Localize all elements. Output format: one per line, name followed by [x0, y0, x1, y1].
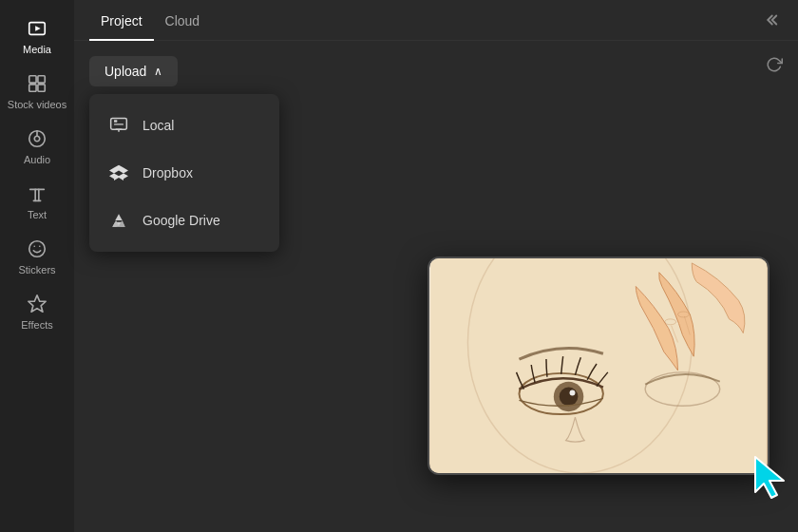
- dropdown-item-google-drive[interactable]: Google Drive: [89, 197, 279, 244]
- sidebar: Media Stock videos Audio: [0, 0, 74, 532]
- svg-point-13: [29, 241, 46, 257]
- svg-rect-19: [114, 124, 124, 124]
- google-drive-icon: [108, 210, 129, 231]
- cursor-arrow-icon: [750, 452, 788, 494]
- chevron-up-icon: ∧: [154, 65, 162, 78]
- upload-button[interactable]: Upload ∧: [89, 56, 178, 86]
- text-icon: [26, 182, 48, 205]
- content-area: Upload ∧: [74, 41, 798, 532]
- sidebar-label-media: Media: [23, 44, 51, 55]
- dropdown-item-local[interactable]: Local: [89, 102, 279, 149]
- dropbox-icon: [108, 162, 129, 183]
- refresh-icon[interactable]: [766, 56, 783, 77]
- audio-icon: [26, 127, 48, 150]
- svg-rect-3: [38, 76, 45, 83]
- sidebar-item-media[interactable]: Media: [0, 8, 74, 63]
- sidebar-label-text: Text: [28, 209, 47, 220]
- collapse-icon[interactable]: [766, 11, 783, 28]
- sidebar-label-effects: Effects: [21, 319, 52, 331]
- upload-dropdown: Local Dropbox: [89, 94, 279, 252]
- dropdown-label-dropbox: Dropbox: [142, 165, 193, 180]
- sidebar-label-stickers: Stickers: [18, 264, 55, 276]
- sidebar-label-audio: Audio: [24, 154, 50, 165]
- svg-rect-18: [114, 120, 117, 123]
- sidebar-item-text[interactable]: Text: [0, 173, 74, 228]
- effects-icon: [26, 293, 48, 315]
- tab-project[interactable]: Project: [89, 0, 154, 40]
- sidebar-label-stock-videos: Stock videos: [8, 99, 66, 110]
- stickers-icon: [26, 238, 48, 260]
- main-panel: Project Cloud Upload ∧: [74, 0, 798, 532]
- svg-rect-5: [38, 85, 45, 91]
- sidebar-item-effects[interactable]: Effects: [0, 283, 74, 338]
- grid-icon: [26, 72, 48, 95]
- media-thumbnail-preview: [428, 256, 770, 475]
- dropdown-item-dropbox[interactable]: Dropbox: [89, 149, 279, 197]
- svg-marker-1: [35, 26, 41, 31]
- sidebar-item-audio[interactable]: Audio: [0, 118, 74, 173]
- tab-cloud[interactable]: Cloud: [154, 0, 212, 40]
- svg-marker-16: [28, 295, 46, 312]
- local-icon: [108, 115, 129, 136]
- sidebar-item-stickers[interactable]: Stickers: [0, 228, 74, 283]
- dropdown-label-google-drive: Google Drive: [142, 213, 220, 228]
- svg-rect-2: [29, 76, 36, 83]
- sidebar-item-stock-videos[interactable]: Stock videos: [0, 63, 74, 118]
- svg-point-27: [570, 390, 576, 396]
- svg-rect-4: [29, 85, 36, 91]
- tabs-bar: Project Cloud: [74, 0, 798, 41]
- media-icon: [26, 17, 48, 40]
- svg-point-26: [560, 388, 579, 407]
- dropdown-label-local: Local: [142, 118, 174, 133]
